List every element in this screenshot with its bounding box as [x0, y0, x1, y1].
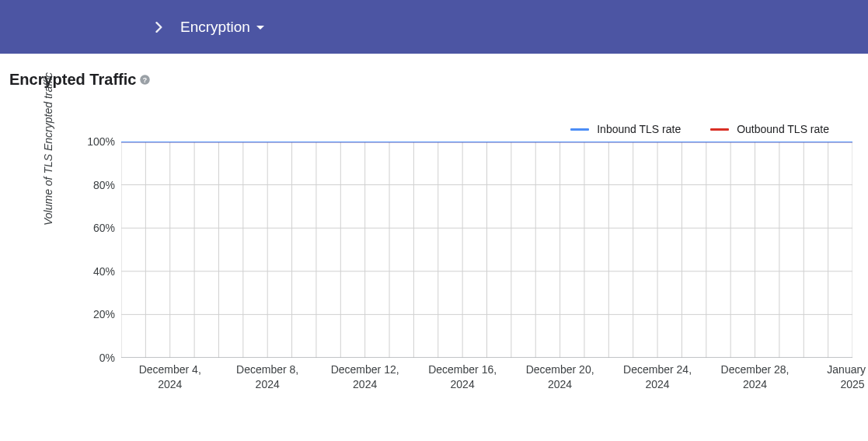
x-tick: December 28,2024	[709, 362, 802, 392]
y-tick: 40%	[68, 265, 115, 278]
legend-label-outbound: Outbound TLS rate	[737, 123, 829, 135]
y-tick: 100%	[68, 135, 115, 148]
top-nav-bar: Encryption	[0, 0, 868, 54]
x-tick: December 20,2024	[514, 362, 607, 392]
legend-swatch-outbound	[710, 128, 729, 131]
legend-label-inbound: Inbound TLS rate	[597, 123, 681, 135]
svg-text:?: ?	[143, 76, 147, 84]
y-tick: 0%	[68, 352, 115, 364]
legend-swatch-inbound	[570, 128, 589, 131]
x-tick: December 16,2024	[416, 362, 509, 392]
chevron-right-icon	[155, 22, 163, 33]
y-tick: 80%	[68, 179, 115, 191]
help-icon[interactable]: ?	[139, 74, 151, 86]
breadcrumb-encryption-dropdown[interactable]: Encryption	[180, 19, 264, 36]
x-tick: December 8,2024	[221, 362, 314, 392]
x-tick: January 1,2025	[806, 362, 868, 392]
section-title: Encrypted Traffic	[9, 71, 136, 89]
y-tick: 60%	[68, 222, 115, 234]
chart-plot-area[interactable]	[121, 142, 852, 358]
legend-item-outbound[interactable]: Outbound TLS rate	[710, 123, 829, 135]
x-tick: December 4,2024	[124, 362, 217, 392]
chart-svg	[121, 142, 852, 358]
legend-item-inbound[interactable]: Inbound TLS rate	[570, 123, 681, 135]
y-tick: 20%	[68, 308, 115, 320]
section-title-row: Encrypted Traffic ?	[9, 71, 859, 89]
breadcrumb-label: Encryption	[180, 19, 250, 36]
caret-down-icon	[256, 26, 264, 30]
x-tick: December 24,2024	[611, 362, 704, 392]
y-axis-label: Volume of TLS Encrypted traffic	[42, 72, 54, 226]
x-tick: December 12,2024	[319, 362, 412, 392]
chart-legend: Inbound TLS rate Outbound TLS rate	[570, 123, 829, 135]
chart-container: Inbound TLS rate Outbound TLS rate Volum…	[9, 124, 859, 404]
content-area: Encrypted Traffic ? Inbound TLS rate Out…	[0, 54, 868, 404]
